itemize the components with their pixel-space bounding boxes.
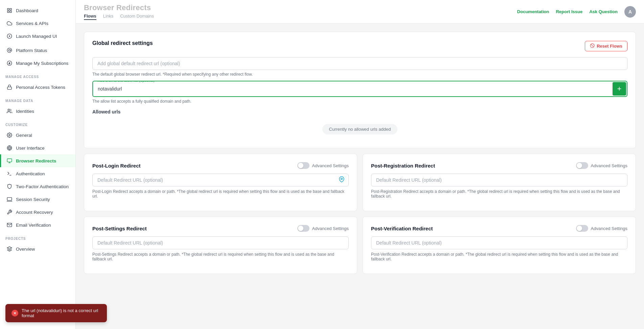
- sidebar-item-launch-managed[interactable]: Launch Managed UI: [0, 30, 75, 43]
- global-url-help: The default global browser redirect url.…: [92, 72, 627, 77]
- allow-list-wrapper: Add a url to the allow list (optional) +: [92, 81, 627, 97]
- no-urls-badge: Currently no allowed urls added: [322, 124, 398, 134]
- svg-marker-15: [7, 247, 12, 249]
- post-login-icon: [339, 176, 345, 184]
- card-header: Global redirect settings Reset Flows: [92, 40, 627, 52]
- sidebar-item-general[interactable]: General: [0, 129, 75, 142]
- post-registration-url-input[interactable]: [371, 174, 627, 186]
- post-verification-url-input[interactable]: [371, 236, 627, 249]
- at-icon: [6, 47, 13, 53]
- sidebar-item-identities[interactable]: Identities: [0, 105, 75, 118]
- post-login-card: Post-Login Redirect Advanced Settings Po…: [84, 154, 357, 211]
- error-toast: The url (notavalidurl) is not a correct …: [5, 304, 107, 322]
- sidebar-item-browser-redirects[interactable]: Browser Redirects: [0, 154, 75, 167]
- reset-icon: [590, 43, 595, 49]
- post-settings-header: Post-Settings Redirect Advanced Settings: [92, 225, 349, 232]
- cloud-icon: [6, 20, 13, 26]
- main-panel: Browser Redirects Flows Links Custom Dom…: [76, 0, 644, 329]
- sidebar-item-services-apis[interactable]: Services & APIs: [0, 17, 75, 30]
- post-verification-advanced-label: Advanced Settings: [591, 226, 627, 231]
- topbar-right: Documentation Report Issue Ask Question …: [517, 6, 636, 18]
- play-circle-icon: [6, 33, 13, 39]
- redirect-cards-row2: Post-Settings Redirect Advanced Settings…: [84, 217, 636, 274]
- post-settings-toggle[interactable]: [297, 225, 309, 232]
- sidebar-item-two-factor[interactable]: Two-Factor Authentication: [0, 180, 75, 193]
- content-area: Global redirect settings Reset Flows The…: [76, 24, 644, 329]
- sidebar-item-overview[interactable]: Overview: [0, 243, 75, 255]
- post-login-advanced-label: Advanced Settings: [312, 163, 349, 168]
- gear-icon: [6, 132, 13, 138]
- grid-icon: [6, 7, 13, 14]
- post-registration-advanced-label: Advanced Settings: [591, 163, 627, 168]
- post-login-header: Post-Login Redirect Advanced Settings: [92, 162, 349, 169]
- svg-point-17: [341, 178, 343, 180]
- report-issue-link[interactable]: Report Issue: [556, 9, 582, 14]
- post-settings-url-input[interactable]: [92, 236, 349, 249]
- sidebar-item-authentication[interactable]: Authentication: [0, 167, 75, 180]
- projects-label: PROJECTS: [0, 231, 75, 243]
- reset-flows-button[interactable]: Reset Flows: [585, 41, 627, 51]
- post-login-toggle[interactable]: [297, 162, 309, 169]
- error-toast-icon: [12, 310, 18, 317]
- global-redirect-card: Global redirect settings Reset Flows The…: [84, 32, 636, 148]
- sidebar-item-subscriptions[interactable]: Manage My Subscriptions: [0, 57, 75, 70]
- sidebar-item-session-security[interactable]: Session Security: [0, 193, 75, 206]
- post-login-help: Post-Login Redirect accepts a domain or …: [92, 189, 349, 199]
- allow-list-input[interactable]: [93, 83, 612, 95]
- post-registration-help: Post-Registration Redirect accepts a dom…: [371, 189, 627, 199]
- post-verification-card: Post-Verification Redirect Advanced Sett…: [363, 217, 636, 274]
- post-login-url-input[interactable]: [92, 174, 349, 186]
- monitor-icon: [6, 158, 13, 164]
- mail-icon: [6, 222, 13, 228]
- post-registration-toggle[interactable]: [576, 162, 588, 169]
- topbar-left: Browser Redirects Flows Links Custom Dom…: [84, 3, 154, 20]
- svg-point-9: [8, 109, 9, 111]
- layers-icon: [6, 246, 13, 252]
- sidebar-item-email-verification[interactable]: Email Verification: [0, 219, 75, 231]
- global-redirect-title: Global redirect settings: [92, 40, 153, 46]
- sidebar: Dashboard Services & APIs Launch Managed…: [0, 0, 76, 329]
- manage-access-label: MANAGE ACCESS: [0, 70, 75, 81]
- terminal-icon: [6, 171, 13, 177]
- svg-rect-14: [7, 198, 12, 201]
- topbar: Browser Redirects Flows Links Custom Dom…: [76, 0, 644, 24]
- svg-rect-3: [10, 11, 12, 12]
- globe-icon: [6, 145, 13, 151]
- documentation-link[interactable]: Documentation: [517, 9, 549, 14]
- sidebar-item-user-interface[interactable]: User Interface: [0, 142, 75, 154]
- post-registration-card: Post-Registration Redirect Advanced Sett…: [363, 154, 636, 211]
- post-registration-title: Post-Registration Redirect: [371, 163, 435, 169]
- allowed-urls-title: Allowed urls: [92, 109, 627, 115]
- error-toast-message: The url (notavalidurl) is not a correct …: [22, 308, 101, 318]
- sidebar-item-dashboard[interactable]: Dashboard: [0, 4, 75, 17]
- sidebar-item-account-recovery[interactable]: Account Recovery: [0, 206, 75, 219]
- laptop-icon: [6, 196, 13, 202]
- svg-rect-8: [7, 87, 12, 89]
- users-icon: [6, 108, 13, 114]
- topbar-tabs: Flows Links Custom Domains: [84, 14, 154, 20]
- shield-icon: [6, 183, 13, 189]
- manage-data-label: MANAGE DATA: [0, 94, 75, 105]
- svg-point-10: [9, 134, 10, 136]
- dollar-circle-icon: [6, 60, 13, 66]
- sidebar-item-platform-status[interactable]: Platform Status: [0, 44, 75, 57]
- svg-rect-1: [10, 8, 12, 10]
- tab-links[interactable]: Links: [103, 14, 113, 20]
- ask-question-link[interactable]: Ask Question: [589, 9, 618, 14]
- add-url-button[interactable]: +: [613, 82, 626, 96]
- redirect-cards-row1: Post-Login Redirect Advanced Settings Po…: [84, 154, 636, 211]
- svg-rect-12: [7, 159, 12, 162]
- tab-flows[interactable]: Flows: [84, 14, 96, 20]
- post-verification-toggle[interactable]: [576, 225, 588, 232]
- post-login-input-wrapper: [92, 174, 349, 186]
- wrench-icon: [6, 209, 13, 215]
- global-url-input[interactable]: [92, 57, 627, 70]
- empty-urls-area: Currently no allowed urls added: [92, 119, 627, 140]
- sidebar-item-personal-tokens[interactable]: Personal Access Tokens: [0, 81, 75, 94]
- post-settings-title: Post-Settings Redirect: [92, 226, 147, 231]
- avatar[interactable]: A: [624, 6, 636, 18]
- allow-list-help: The allow list accepts a fully qualified…: [92, 99, 627, 104]
- page-title: Browser Redirects: [84, 3, 154, 12]
- post-verification-title: Post-Verification Redirect: [371, 226, 433, 231]
- tab-custom-domains[interactable]: Custom Domains: [120, 14, 154, 20]
